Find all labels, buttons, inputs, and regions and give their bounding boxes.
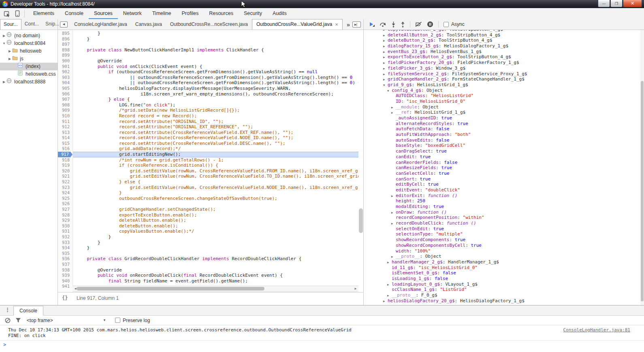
pause-on-exceptions-icon[interactable] xyxy=(427,21,433,28)
line-number-921[interactable]: 921 xyxy=(58,174,73,179)
scope-row-isloading-1-g[interactable]: isLoading_1_g$: false xyxy=(364,276,640,282)
horizontal-scroll-thumb[interactable] xyxy=(77,287,264,291)
scope-scrollbar[interactable] xyxy=(640,30,644,305)
tab-overflow-icon[interactable]: » xyxy=(347,21,350,28)
scope-row-showrecordcomponents[interactable]: showRecordComponents: true xyxy=(364,237,640,243)
line-number-896[interactable]: 896 xyxy=(58,36,73,42)
async-checkbox[interactable] xyxy=(444,22,449,27)
line-number-903[interactable]: 903 xyxy=(58,75,73,81)
line-number-939[interactable]: 939 xyxy=(58,273,73,278)
code-line-907[interactable]: } else { xyxy=(73,97,358,102)
line-number-934[interactable]: 934 xyxy=(58,245,73,251)
code-area[interactable]: } } private class NewButtonClickHandlerI… xyxy=(73,31,358,289)
code-line-910[interactable]: Record record = new Record(); xyxy=(73,113,358,119)
resume-button[interactable] xyxy=(369,21,375,27)
code-line-934[interactable]: } xyxy=(73,245,358,251)
hide-navigator-icon[interactable]: ◀ xyxy=(60,21,68,28)
scope-row-selectiontype[interactable]: selectionType: "multiple" xyxy=(364,231,640,237)
scope-row-gridchangehandler-2-g[interactable]: ▶gridChangeHandler_2_g$: FormStateChange… xyxy=(364,76,640,82)
scope-row-canedit[interactable]: canEdit: true xyxy=(364,154,640,160)
line-number-898[interactable]: 898 xyxy=(58,47,73,53)
pretty-print-icon[interactable]: {} xyxy=(62,295,68,301)
scope-row-recorddoubleclick[interactable]: ▶recordDoubleClick: function () xyxy=(364,221,640,226)
scope-row-eventbus-23-g[interactable]: ▶eventBus_23_g$: HeliosEventBus_1_g$ xyxy=(364,49,640,55)
tab-timeline[interactable]: Timeline xyxy=(147,8,177,19)
line-number-924[interactable]: 924 xyxy=(58,190,73,196)
scope-row-editbycell[interactable]: editByCell: true xyxy=(364,182,640,187)
scope-row-showrecordcomponentsbycell[interactable]: showRecordComponentsByCell: true xyxy=(364,243,640,248)
step-over-button[interactable] xyxy=(380,22,386,27)
code-line-931[interactable]: copyValuesButton.enable();*/ xyxy=(73,229,358,234)
code-line-903[interactable]: || outboundCrossReferenceScreen.getFromD… xyxy=(73,75,358,81)
line-number-926[interactable]: 926 xyxy=(58,201,73,207)
filter-icon[interactable] xyxy=(15,318,21,323)
line-number-922[interactable]: 922 xyxy=(58,179,73,185)
line-number-911[interactable]: 911 xyxy=(58,119,73,125)
tab-profiles[interactable]: Profiles xyxy=(176,8,204,19)
tab-network[interactable]: Network xyxy=(118,8,147,19)
code-line-898[interactable]: private class NewButtonClickHandlerImpl1… xyxy=(73,47,358,53)
code-line-936[interactable]: private class GridRecordDoubleClickHandl… xyxy=(73,256,358,262)
scope-row-selectonedit[interactable]: selectOnEdit: true xyxy=(364,226,640,232)
line-number-928[interactable]: 928 xyxy=(58,212,73,218)
tab-security[interactable]: Security xyxy=(239,8,267,19)
code-line-938[interactable]: @Override xyxy=(73,267,358,273)
scope-row-autoidclass[interactable]: AUTOIDClass: "HeliosListGrid" xyxy=(364,93,640,99)
scope-row-recordcomponentposition[interactable]: recordComponentPosition: "within" xyxy=(364,215,640,221)
console-tab[interactable]: Console xyxy=(13,306,43,316)
close-tab-icon[interactable]: × xyxy=(335,22,338,27)
deactivate-breakpoints-icon[interactable] xyxy=(415,21,422,27)
clear-console-icon[interactable] xyxy=(5,318,11,323)
scope-row-alternaterecordstyles[interactable]: alternateRecordStyles: true xyxy=(364,121,640,127)
code-line-927[interactable]: gridChangeHandler.setChangedState(); xyxy=(73,207,358,212)
line-number-936[interactable]: 936 xyxy=(58,256,73,262)
preserve-log-checkbox[interactable] xyxy=(115,318,120,323)
line-number-900[interactable]: 900 xyxy=(58,58,73,64)
scope-row-height[interactable]: height: 250 xyxy=(364,198,640,204)
line-number-917[interactable]: 917 xyxy=(58,152,73,157)
navigator-tab-sour[interactable]: Sour... xyxy=(0,19,21,30)
line-number-897[interactable]: 897 xyxy=(58,42,73,47)
console-prompt-icon[interactable]: > xyxy=(0,341,644,348)
scope-row-deletebutton-2-g[interactable]: ▶deleteButton_2_g$: ToolStripButton_4_g$ xyxy=(364,38,640,43)
tree-item-localhost-8888[interactable]: ▶localhost:8888 xyxy=(0,78,58,86)
code-line-915[interactable]: record.setAttribute(CrossReferenceValueF… xyxy=(73,141,358,146)
line-number-920[interactable]: 920 xyxy=(58,168,73,174)
line-number-899[interactable]: 899 xyxy=(58,53,73,58)
code-line-896[interactable]: } xyxy=(73,36,358,42)
code-line-900[interactable]: @Override xyxy=(73,58,358,64)
line-number-918[interactable]: 918 xyxy=(58,157,73,163)
code-line-937[interactable] xyxy=(73,262,358,267)
code-line-922[interactable]: } else { xyxy=(73,179,358,185)
line-number-927[interactable]: 927 xyxy=(58,207,73,212)
tab-console[interactable]: Console xyxy=(60,8,89,19)
code-line-912[interactable]: record.setAttribute("ORIGINAL_EXT_REFERE… xyxy=(73,124,358,130)
scope-row-id-11-g[interactable]: id_11_g$: "isc_HeliosListGrid_0" xyxy=(364,265,640,271)
scope-row-autofitwidthapproach[interactable]: autoFitWidthApproach: "both" xyxy=(364,132,640,138)
line-number-919[interactable]: 919 xyxy=(58,163,73,168)
scope-row-proto[interactable]: ▶__proto__: F_0_g$ xyxy=(364,293,640,298)
tab-resources[interactable]: Resources xyxy=(204,8,239,19)
line-number-915[interactable]: 915 xyxy=(58,141,73,146)
line-number-912[interactable]: 912 xyxy=(58,124,73,130)
line-number-905[interactable]: 905 xyxy=(58,86,73,91)
scope-row-deleteallbutton-2-g[interactable]: ▶deleteAllButton_2_g$: ToolStripButton_4… xyxy=(364,32,640,38)
scope-row-autosaveedits[interactable]: autoSaveEdits: false xyxy=(364,138,640,143)
line-number-925[interactable]: 925 xyxy=(58,196,73,201)
code-line-895[interactable]: } xyxy=(73,31,358,36)
code-line-929[interactable]: deleteAllButton.enable(); xyxy=(73,218,358,223)
code-line-940[interactable]: final String fieldName = event.getField(… xyxy=(73,278,358,284)
code-line-916[interactable]: grid.addData(record);*/ xyxy=(73,146,358,152)
line-number-913[interactable]: 913 xyxy=(58,130,73,136)
scope-row-autofetchdata[interactable]: autoFetchData: false xyxy=(364,126,640,132)
editor-horizontal-scrollbar[interactable]: ◄ ► xyxy=(73,286,358,292)
line-number-902[interactable]: 902 xyxy=(58,69,73,75)
editor-tab-outboundcrossre-ncescreen-java[interactable]: OutboundCrossRe...nceScreen.java xyxy=(166,19,252,30)
scope-row-iselementset-0-g[interactable]: isElementSet_0_g$: false xyxy=(364,270,640,276)
scope-row-module[interactable]: ▶__module: Object xyxy=(364,104,640,110)
line-number-923[interactable]: 923 xyxy=(58,185,73,191)
tree-item-js[interactable]: ▶js xyxy=(0,55,58,63)
code-line-935[interactable] xyxy=(73,251,358,257)
code-line-904[interactable]: || outboundCrossReferenceScreen.getFromD… xyxy=(73,80,358,86)
code-line-906[interactable]: i18n.screen_xref_warn_empty_dimensions()… xyxy=(73,91,358,97)
